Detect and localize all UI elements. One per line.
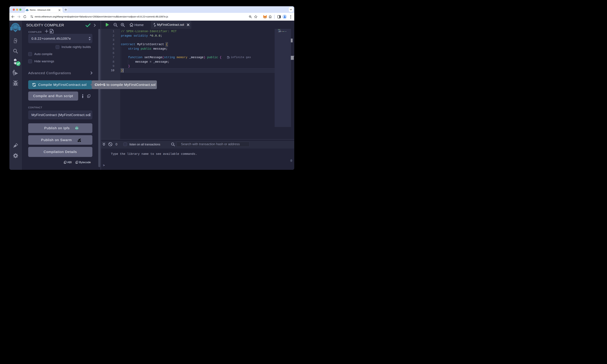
svg-text:IPFS: IPFS xyxy=(75,128,78,129)
